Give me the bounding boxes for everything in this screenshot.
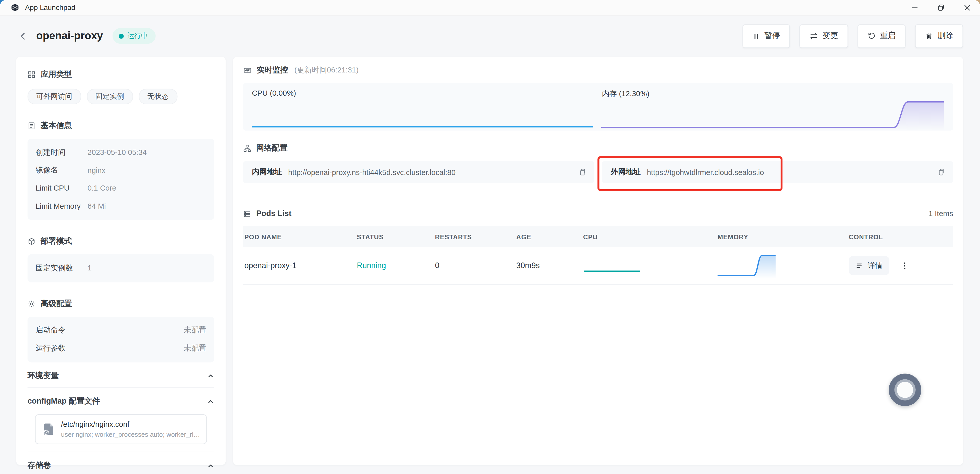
- kebab-menu-icon: [900, 261, 910, 270]
- copy-icon: [578, 168, 586, 176]
- window-controls: [901, 0, 980, 15]
- floating-assistant-core: [897, 382, 913, 398]
- configmap-file-meta: /etc/nginx/nginx.conf user nginx; worker…: [61, 420, 200, 438]
- chevron-up-icon: [207, 462, 215, 469]
- app-detail-sidebar: 应用类型 可外网访问 固定实例 无状态 基本信息 创建时间2023-05-10 …: [16, 57, 226, 465]
- configmap-file-name: /etc/nginx/nginx.conf: [61, 420, 200, 429]
- network-icon: [243, 145, 251, 153]
- pod-row: openai-proxy-1 Running 0 30m9s: [243, 247, 953, 285]
- memory-usage-chart: [601, 83, 944, 130]
- configmap-file-card[interactable]: /etc/nginx/nginx.conf user nginx; worker…: [35, 414, 207, 444]
- file-gear-icon: [42, 422, 56, 436]
- app-detail-main: 实时监控 (更新时间06:21:31) CPU (0.00%) 内存 (12.3…: [233, 57, 963, 465]
- copy-external-address-button[interactable]: [937, 168, 945, 176]
- tag-external-access: 可外网访问: [27, 89, 81, 104]
- cube-icon: [27, 237, 36, 246]
- restore-button[interactable]: [928, 0, 954, 15]
- app-type-tags: 可外网访问 固定实例 无状态: [27, 89, 215, 104]
- pod-detail-button[interactable]: 详情: [849, 256, 889, 275]
- network-addresses: 内网地址 http://openai-proxy.ns-hti44k5d.svc…: [243, 161, 953, 183]
- pod-cpu-sparkline: [583, 252, 718, 279]
- chevron-up-icon: [207, 398, 215, 405]
- accordion-configmap[interactable]: configMap 配置文件: [27, 390, 215, 412]
- minimize-button[interactable]: [901, 0, 928, 15]
- pause-button[interactable]: 暂停: [742, 24, 790, 48]
- internal-address-url: http://openai-proxy.ns-hti44k5d.svc.clus…: [288, 168, 455, 177]
- app-window: App Launchpad openai-proxy 运行中: [0, 0, 980, 474]
- trash-icon: [925, 32, 933, 40]
- external-address-box: 外网地址 https://tgohwtdlrmer.cloud.sealos.i…: [602, 161, 953, 183]
- pod-restarts: 0: [435, 261, 516, 270]
- accordion-storage[interactable]: 存储卷: [27, 455, 215, 474]
- internal-address-label: 内网地址: [252, 167, 282, 178]
- info-row: 镜像名nginx: [36, 161, 207, 179]
- copy-icon: [937, 168, 945, 176]
- info-row: Limit Memory64 Mi: [36, 197, 207, 215]
- floating-assistant-button[interactable]: [889, 374, 921, 406]
- gear-icon: [27, 299, 36, 308]
- delete-button[interactable]: 删除: [915, 24, 963, 48]
- titlebar: App Launchpad: [0, 0, 980, 16]
- back-button[interactable]: [17, 30, 29, 42]
- restore-icon: [937, 4, 944, 11]
- chevron-left-icon: [18, 31, 28, 41]
- section-pods-list: Pods List 1 Items: [243, 209, 953, 218]
- external-address-url: https://tgohwtdlrmer.cloud.sealos.io: [647, 168, 764, 177]
- pod-status: Running: [357, 261, 435, 270]
- floating-assistant-ring: [894, 379, 915, 401]
- section-network: 网络配置: [243, 143, 953, 154]
- external-address-label: 外网地址: [611, 167, 641, 178]
- page-header: openai-proxy 运行中 暂停 变更 重启: [0, 15, 980, 57]
- divider: [27, 387, 215, 388]
- advanced-config-box: 启动命令未配置 运行参数未配置: [27, 317, 215, 362]
- divider: [27, 451, 215, 452]
- section-app-type: 应用类型: [27, 69, 215, 80]
- info-row: 运行参数未配置: [36, 339, 207, 357]
- header-actions: 暂停 变更 重启 删除: [742, 24, 963, 48]
- close-button[interactable]: [954, 0, 980, 15]
- app-launchpad-logo-icon: [11, 3, 19, 12]
- chevron-up-icon: [207, 372, 215, 379]
- pulse-monitor-icon: [243, 66, 252, 75]
- pods-count: 1 Items: [928, 209, 953, 218]
- accordion-env-vars[interactable]: 环境变量: [27, 364, 215, 387]
- section-monitoring: 实时监控 (更新时间06:21:31): [243, 65, 953, 76]
- change-icon: [809, 32, 818, 40]
- internal-address-box: 内网地址 http://openai-proxy.ns-hti44k5d.svc…: [243, 161, 594, 183]
- section-advanced-config: 高级配置: [27, 298, 215, 309]
- info-row: Limit CPU0.1 Core: [36, 179, 207, 197]
- grid-icon: [27, 71, 36, 79]
- restart-icon: [867, 32, 876, 40]
- monitoring-panel: CPU (0.00%) 内存 (12.30%): [243, 83, 953, 130]
- change-button[interactable]: 变更: [799, 24, 848, 48]
- screen: App Launchpad openai-proxy 运行中: [0, 0, 980, 474]
- status-dot-icon: [119, 33, 124, 38]
- tag-fixed-instance: 固定实例: [86, 89, 133, 104]
- info-row: 启动命令未配置: [36, 321, 207, 339]
- minimize-icon: [911, 4, 918, 11]
- list-icon: [856, 261, 864, 270]
- pods-table-header: POD NAME STATUS RESTARTS AGE CPU MEMORY …: [243, 226, 953, 247]
- monitoring-update-time: (更新时间06:21:31): [294, 65, 359, 76]
- page-title: openai-proxy: [36, 30, 103, 42]
- section-deploy-mode: 部署模式: [27, 236, 215, 247]
- configmap-file-preview: user nginx; worker_processes auto; worke…: [61, 430, 200, 438]
- copy-internal-address-button[interactable]: [578, 168, 586, 176]
- info-row: 固定实例数1: [36, 259, 207, 277]
- pod-name: openai-proxy-1: [243, 261, 357, 270]
- pause-icon: [752, 32, 760, 40]
- close-icon: [963, 4, 970, 11]
- cpu-usage-chart: [251, 83, 593, 130]
- pods-list-icon: [243, 210, 251, 218]
- section-basic-info: 基本信息: [27, 121, 215, 131]
- info-row: 创建时间2023-05-10 05:34: [36, 144, 207, 161]
- status-badge: 运行中: [112, 28, 156, 44]
- window-title: App Launchpad: [25, 4, 75, 11]
- pod-age: 30m9s: [516, 261, 583, 270]
- restart-button[interactable]: 重启: [858, 24, 906, 48]
- basic-info-box: 创建时间2023-05-10 05:34 镜像名nginx Limit CPU0…: [27, 139, 215, 220]
- pod-memory-sparkline: [718, 252, 849, 279]
- document-icon: [27, 122, 36, 130]
- pod-more-menu-button[interactable]: [900, 261, 910, 270]
- deploy-mode-box: 固定实例数1: [27, 254, 215, 282]
